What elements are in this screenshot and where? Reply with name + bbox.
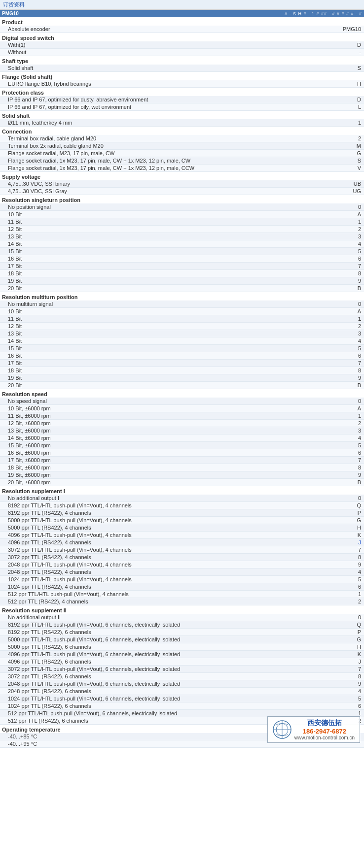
row-label: 16 Bit bbox=[0, 255, 336, 263]
section-header-label: Digital speed switch bbox=[0, 33, 364, 42]
row-code: H bbox=[336, 643, 364, 651]
section-header-label: Resolution speed bbox=[0, 389, 364, 398]
row-label: 512 ppr TTL (RS422), 4 channels bbox=[0, 598, 336, 605]
row-code: G bbox=[336, 636, 364, 643]
row-code: 1 bbox=[336, 218, 364, 226]
table-row: 19 Bit9 bbox=[0, 277, 364, 285]
row-label: 3072 ppr TTL/HTL push-pull (Vin=Vout), 6… bbox=[0, 666, 336, 673]
header-title: PMG10 bbox=[2, 11, 285, 16]
row-label: 4096 ppr TTL/HTL push-pull (Vin=Vout), 6… bbox=[0, 651, 336, 658]
row-label: 18 Bit, ±6000 rpm bbox=[0, 464, 336, 471]
row-code: 4 bbox=[336, 568, 364, 576]
row-label: 17 Bit bbox=[0, 263, 336, 270]
row-code: P bbox=[336, 629, 364, 636]
row-code: A bbox=[336, 211, 364, 218]
table-row: 10 BitA bbox=[0, 211, 364, 218]
row-code: 7 bbox=[336, 666, 364, 673]
row-code: 1 bbox=[336, 315, 364, 323]
row-code: S bbox=[336, 157, 364, 165]
row-code: UG bbox=[336, 188, 364, 195]
row-label: 8192 ppr TTL/HTL push-pull (Vin=Vout), 4… bbox=[0, 502, 336, 509]
row-label: 15 Bit bbox=[0, 345, 336, 352]
row-label: No additional output I bbox=[0, 495, 336, 502]
row-label: 4096 ppr TTL/HTL push-pull (Vin=Vout), 4… bbox=[0, 532, 336, 539]
row-code: 0 bbox=[336, 614, 364, 621]
table-row: Flange socket radial, M23, 17 pin, male,… bbox=[0, 150, 364, 157]
row-label: 5000 ppr TTL (RS422), 6 channels bbox=[0, 643, 336, 651]
table-row: Terminal box 2x radial, cable gland M20M bbox=[0, 142, 364, 150]
section-header: Shaft type bbox=[0, 56, 364, 65]
row-label: No multiturn signal bbox=[0, 300, 336, 308]
row-label: 15 Bit bbox=[0, 248, 336, 255]
row-label: 19 Bit bbox=[0, 374, 336, 382]
section-header: Flange (Solid shaft) bbox=[0, 72, 364, 81]
row-label: 13 Bit bbox=[0, 233, 336, 240]
content-area: ProductAbsolute encoderPMG10Digital spee… bbox=[0, 17, 364, 748]
row-code: 4 bbox=[336, 434, 364, 442]
section-header-label: Shaft type bbox=[0, 56, 364, 65]
row-code: 6 bbox=[336, 255, 364, 263]
row-label: 18 Bit bbox=[0, 367, 336, 374]
section-header: Resolution supplement II bbox=[0, 605, 364, 614]
row-code: 3 bbox=[336, 233, 364, 240]
row-label: 12 Bit bbox=[0, 323, 336, 330]
row-label: 16 Bit bbox=[0, 352, 336, 360]
section-header-label: Product bbox=[0, 17, 364, 26]
row-label: With(1) bbox=[0, 41, 336, 49]
row-code: K bbox=[336, 651, 364, 658]
row-label: 16 Bit, ±6000 rpm bbox=[0, 449, 336, 457]
table-row: 3072 ppr TTL/HTL push-pull (Vin=Vout), 4… bbox=[0, 546, 364, 554]
row-label: 15 Bit, ±6000 rpm bbox=[0, 442, 336, 449]
table-row: 2048 ppr TTL/HTL push-pull (Vin=Vout), 6… bbox=[0, 680, 364, 688]
section-header-label: Resolution supplement II bbox=[0, 605, 364, 614]
row-code: 1 bbox=[336, 412, 364, 420]
row-code: 2 bbox=[336, 598, 364, 605]
table-row: 11 Bit1 bbox=[0, 218, 364, 226]
table-row: 17 Bit, ±6000 rpm7 bbox=[0, 457, 364, 464]
row-label: 14 Bit, ±6000 rpm bbox=[0, 434, 336, 442]
row-label: Flange socket radial, 1x M23, 17 pin, ma… bbox=[0, 165, 336, 172]
row-label: Absolute encoder bbox=[0, 26, 336, 33]
watermark-box: 西安德伍拓 186-2947-6872 www.motion-control.c… bbox=[267, 716, 360, 743]
header-codes: # - S H # . 1 # ## . # # # # # . # bbox=[285, 11, 362, 16]
row-label: 12 Bit, ±6000 rpm bbox=[0, 420, 336, 427]
table-row: 1024 ppr TTL (RS422), 4 channels6 bbox=[0, 583, 364, 591]
row-label: 18 Bit bbox=[0, 270, 336, 277]
section-header-label: Resolution singleturn position bbox=[0, 195, 364, 204]
row-code: 9 bbox=[336, 680, 364, 688]
row-label: EURO flange B10, hybrid bearings bbox=[0, 80, 336, 88]
row-code: 1 bbox=[336, 119, 364, 127]
row-code: B bbox=[336, 285, 364, 292]
table-row: 3072 ppr TTL (RS422), 6 channels8 bbox=[0, 673, 364, 680]
row-code: 1 bbox=[336, 591, 364, 598]
section-header-label: Protection class bbox=[0, 88, 364, 97]
table-row: 512 ppr TTL (RS422), 4 channels2 bbox=[0, 598, 364, 605]
row-label: 14 Bit bbox=[0, 240, 336, 248]
table-row: Without- bbox=[0, 49, 364, 56]
row-label: IP 66 and IP 67, optimized for dusty, ab… bbox=[0, 96, 336, 103]
row-label: IP 66 and IP 67, optimized for oily, wet… bbox=[0, 103, 336, 111]
row-code: G bbox=[336, 150, 364, 157]
row-code: 8 bbox=[336, 464, 364, 471]
table-row: 512 ppr TTL/HTL push-pull (Vin=Vout), 4 … bbox=[0, 591, 364, 598]
table-row: 4096 ppr TTL (RS422), 6 channelsJ bbox=[0, 658, 364, 666]
row-code: 9 bbox=[336, 374, 364, 382]
table-row: 18 Bit, ±6000 rpm8 bbox=[0, 464, 364, 471]
row-label: 2048 ppr TTL/HTL push-pull (Vin=Vout), 6… bbox=[0, 680, 336, 688]
table-row: Terminal box radial, cable gland M202 bbox=[0, 135, 364, 142]
table-row: No additional output II0 bbox=[0, 614, 364, 621]
row-label: 10 Bit bbox=[0, 211, 336, 218]
table-row: 5000 ppr TTL/HTL push-pull (Vin=Vout), 4… bbox=[0, 517, 364, 524]
section-header: Resolution supplement I bbox=[0, 486, 364, 495]
row-label: 17 Bit, ±6000 rpm bbox=[0, 457, 336, 464]
row-label: 5000 ppr TTL/HTL push-pull (Vin=Vout), 4… bbox=[0, 517, 336, 524]
row-label: 11 Bit bbox=[0, 315, 336, 323]
row-label: 1024 ppr TTL (RS422), 4 channels bbox=[0, 583, 336, 591]
table-row: 2048 ppr TTL/HTL push-pull (Vin=Vout), 4… bbox=[0, 561, 364, 568]
row-code: 6 bbox=[336, 352, 364, 360]
table-row: 14 Bit, ±6000 rpm4 bbox=[0, 434, 364, 442]
row-code: 8 bbox=[336, 554, 364, 561]
table-row: 20 BitB bbox=[0, 285, 364, 292]
row-label: 13 Bit bbox=[0, 330, 336, 337]
row-label: 20 Bit bbox=[0, 382, 336, 389]
